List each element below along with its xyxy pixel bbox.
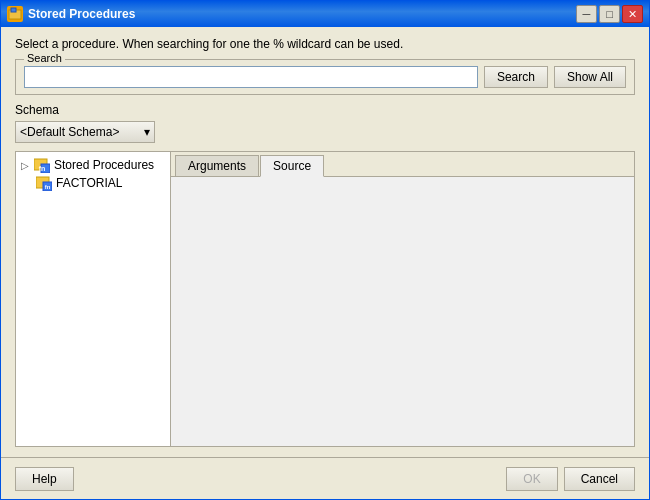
right-panel: Arguments Source bbox=[171, 152, 634, 446]
tab-content-area bbox=[171, 177, 634, 446]
tree-child-label-factorial: FACTORIAL bbox=[56, 176, 122, 190]
main-window: Stored Procedures ─ □ ✕ Select a procedu… bbox=[0, 0, 650, 500]
footer-right-buttons: OK Cancel bbox=[506, 467, 635, 491]
minimize-button[interactable]: ─ bbox=[576, 5, 597, 23]
tab-arguments[interactable]: Arguments bbox=[175, 155, 259, 176]
svg-text:fn: fn bbox=[45, 184, 51, 190]
tree-root-item[interactable]: ▷ fn Stored Procedures bbox=[16, 156, 170, 174]
show-all-button[interactable]: Show All bbox=[554, 66, 626, 88]
schema-label: Schema bbox=[15, 103, 635, 117]
tree-panel: ▷ fn Stored Procedures bbox=[16, 152, 171, 446]
description-text: Select a procedure. When searching for o… bbox=[15, 37, 635, 51]
schema-section: Schema <Default Schema> ▾ bbox=[15, 103, 635, 143]
search-row: Search Show All bbox=[24, 66, 626, 88]
tab-source[interactable]: Source bbox=[260, 155, 324, 177]
stored-procedures-icon: fn bbox=[34, 157, 50, 173]
ok-button[interactable]: OK bbox=[506, 467, 557, 491]
tree-expand-icon: ▷ bbox=[20, 160, 30, 171]
help-button[interactable]: Help bbox=[15, 467, 74, 491]
window-icon bbox=[7, 6, 23, 22]
window-body: Select a procedure. When searching for o… bbox=[1, 27, 649, 457]
footer: Help OK Cancel bbox=[1, 457, 649, 499]
search-input[interactable] bbox=[24, 66, 478, 88]
main-panel: ▷ fn Stored Procedures bbox=[15, 151, 635, 447]
cancel-button[interactable]: Cancel bbox=[564, 467, 635, 491]
search-fieldset: Search Search Show All bbox=[15, 59, 635, 95]
tabs-bar: Arguments Source bbox=[171, 152, 634, 177]
title-buttons: ─ □ ✕ bbox=[576, 5, 643, 23]
factorial-icon: fn bbox=[36, 175, 52, 191]
svg-rect-1 bbox=[11, 8, 16, 12]
window-title: Stored Procedures bbox=[28, 7, 135, 21]
schema-selected-value: <Default Schema> bbox=[20, 125, 119, 139]
schema-dropdown-arrow-icon: ▾ bbox=[144, 125, 150, 139]
svg-text:fn: fn bbox=[39, 165, 46, 172]
close-button[interactable]: ✕ bbox=[622, 5, 643, 23]
search-group-label: Search bbox=[24, 52, 65, 64]
search-button[interactable]: Search bbox=[484, 66, 548, 88]
maximize-button[interactable]: □ bbox=[599, 5, 620, 23]
schema-dropdown[interactable]: <Default Schema> ▾ bbox=[15, 121, 155, 143]
tree-child-item-factorial[interactable]: fn FACTORIAL bbox=[16, 174, 170, 192]
tree-root-label: Stored Procedures bbox=[54, 158, 154, 172]
title-bar: Stored Procedures ─ □ ✕ bbox=[1, 1, 649, 27]
